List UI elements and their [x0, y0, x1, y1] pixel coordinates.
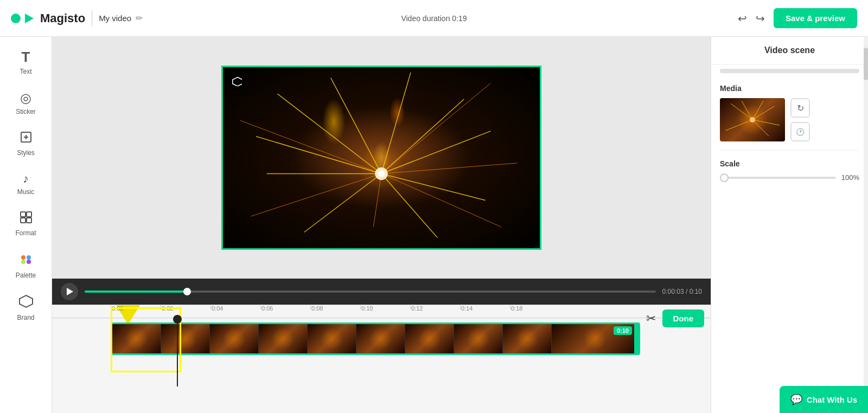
trim-media-button[interactable]: 🕐	[790, 122, 810, 141]
sidebar-label-styles: Styles	[17, 149, 35, 157]
chat-label: Chat With Us	[807, 395, 857, 404]
video-canvas	[223, 67, 540, 248]
svg-line-35	[752, 120, 780, 125]
svg-point-7	[21, 255, 25, 260]
strip-end-marker	[634, 324, 639, 353]
video-badge	[228, 73, 246, 90]
scissors-button[interactable]: ✂	[646, 312, 656, 326]
timeline-strip[interactable]: 0:10	[111, 322, 640, 355]
logo-play-icon	[25, 14, 34, 23]
svg-line-24	[381, 173, 501, 227]
done-button[interactable]: Done	[662, 309, 705, 327]
timeline-tracks: 0:10	[52, 322, 711, 355]
media-thumbnail[interactable]	[720, 98, 785, 141]
save-preview-button[interactable]: Save & preview	[774, 8, 857, 28]
svg-point-9	[21, 260, 25, 264]
sidebar: T Text ◎ Sticker Styles ♪ Music	[0, 37, 52, 413]
svg-rect-4	[27, 212, 31, 217]
logo-area: Magisto	[11, 11, 85, 25]
svg-line-12	[277, 94, 381, 173]
undo-button[interactable]: ↩	[738, 12, 747, 25]
media-section-title: Media	[720, 84, 859, 93]
sidebar-item-brand[interactable]: Brand	[0, 288, 52, 328]
ruler-mark-5: 0:10	[360, 305, 410, 318]
sidebar-item-styles[interactable]: Styles	[0, 124, 52, 163]
brand-icon	[19, 294, 33, 312]
sidebar-item-music[interactable]: ♪ Music	[0, 165, 52, 202]
svg-line-21	[256, 137, 381, 174]
sidebar-item-sticker[interactable]: ◎ Sticker	[0, 84, 52, 122]
ruler-mark-0: 0:00	[111, 305, 161, 318]
logo-dot-green	[11, 14, 21, 23]
format-icon	[20, 211, 33, 227]
thumb-frame-6	[405, 324, 454, 353]
scrollbar-track	[864, 37, 868, 413]
playhead-handle[interactable]	[173, 315, 182, 324]
svg-rect-3	[21, 212, 25, 217]
header-divider	[92, 10, 92, 27]
svg-rect-5	[21, 218, 25, 223]
sidebar-label-format: Format	[15, 229, 36, 237]
play-triangle-icon	[67, 288, 73, 295]
header-right: ↩ ↪ Save & preview	[738, 8, 857, 28]
sidebar-item-format[interactable]: Format	[0, 204, 52, 243]
panel-media-section: Media	[711, 78, 868, 148]
redo-button[interactable]: ↪	[756, 12, 765, 25]
sidebar-label-sticker: Sticker	[16, 108, 36, 115]
chat-widget[interactable]: 💬 Chat With Us	[780, 386, 868, 413]
right-panel-title: Video scene	[711, 37, 868, 64]
sidebar-label-text: Text	[20, 68, 31, 75]
scale-value: 100%	[841, 173, 859, 182]
time-display: 0:00:03 / 0:10	[662, 288, 702, 295]
logo-text: Magisto	[40, 11, 85, 25]
svg-marker-11	[20, 295, 33, 307]
sidebar-label-music: Music	[17, 188, 34, 196]
panel-scroll-indicator	[720, 69, 859, 73]
svg-line-25	[251, 173, 381, 216]
palette-icon	[19, 252, 33, 269]
sidebar-label-brand: Brand	[17, 314, 34, 321]
thumb-frame-7	[454, 324, 503, 353]
play-button[interactable]	[61, 283, 78, 300]
video-title[interactable]: My video	[99, 14, 131, 23]
media-actions: ↻ 🕐	[790, 98, 810, 141]
scale-section-title: Scale	[720, 159, 859, 168]
scale-thumb[interactable]	[720, 173, 729, 182]
ruler-mark-8: 0:18	[510, 305, 560, 318]
sidebar-item-palette[interactable]: Palette	[0, 246, 52, 286]
canvas-area: 0:00:03 / 0:10 ✂ Done 0:00 0:02 0:04 0:0…	[52, 37, 711, 413]
edit-title-icon[interactable]: ✏	[136, 13, 143, 23]
ruler-mark-2: 0:04	[210, 305, 260, 318]
video-preview	[52, 37, 711, 279]
scale-row: 100%	[720, 173, 859, 182]
progress-fill	[85, 291, 187, 293]
panel-scale-section: Scale 100%	[711, 153, 868, 188]
scrollbar-thumb[interactable]	[864, 48, 868, 80]
playhead[interactable]	[177, 318, 178, 386]
sticker-icon: ◎	[20, 91, 31, 106]
svg-line-31	[731, 104, 752, 120]
svg-line-15	[381, 99, 464, 174]
progress-thumb	[183, 288, 191, 295]
svg-line-16	[381, 131, 490, 174]
ruler-mark-6: 0:12	[410, 305, 460, 318]
svg-line-36	[752, 120, 769, 136]
panel-divider	[720, 150, 859, 151]
svg-line-13	[331, 78, 381, 174]
progress-track[interactable]	[85, 291, 656, 293]
thumb-frame-4	[308, 324, 356, 353]
thumb-frame-8	[503, 324, 552, 353]
sidebar-item-text[interactable]: T Text	[0, 42, 52, 82]
replace-media-button[interactable]: ↻	[790, 98, 810, 118]
svg-line-37	[725, 120, 752, 131]
ruler-mark-4: 0:08	[310, 305, 360, 318]
time-separator: /	[686, 288, 690, 295]
playback-bar: 0:00:03 / 0:10	[52, 279, 711, 305]
sidebar-label-palette: Palette	[16, 272, 36, 279]
scale-track[interactable]	[720, 177, 836, 179]
svg-line-18	[381, 173, 437, 237]
svg-point-10	[27, 260, 31, 264]
video-frame[interactable]	[221, 66, 541, 250]
svg-line-26	[240, 120, 381, 173]
svg-marker-30	[233, 78, 242, 87]
